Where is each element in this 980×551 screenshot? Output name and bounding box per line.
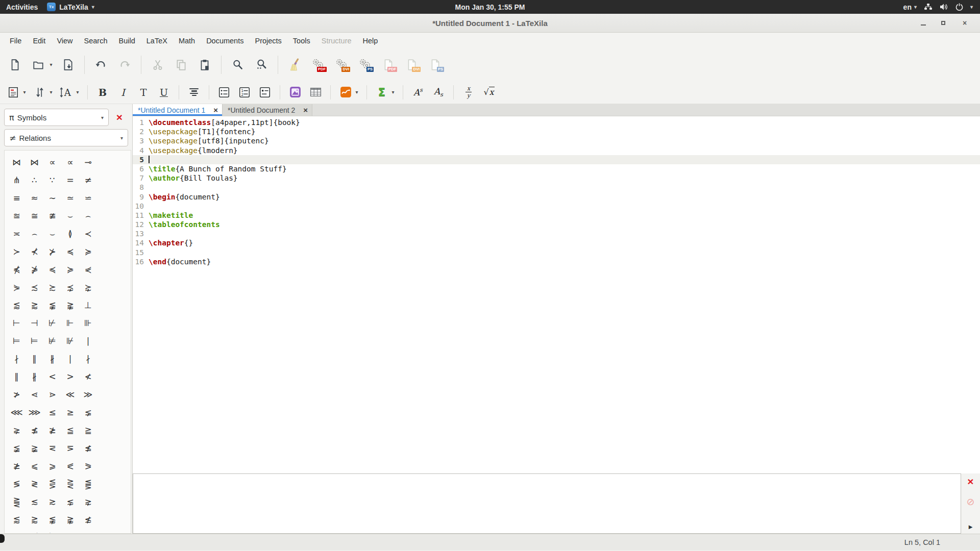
symbol-button[interactable]: ≫ <box>79 385 97 403</box>
symbol-button[interactable]: ⋈ <box>8 153 26 171</box>
side-panel-close-icon[interactable]: × <box>109 111 130 123</box>
code-line[interactable]: 13 <box>133 229 980 238</box>
math-environments-dropdown[interactable]: ▾ <box>354 89 360 95</box>
fraction-button[interactable]: xy <box>461 85 476 100</box>
symbol-button[interactable]: ⋛ <box>43 528 61 534</box>
symbol-button[interactable]: ⌣ <box>43 224 61 242</box>
volume-icon[interactable] <box>940 3 948 11</box>
symbol-button[interactable]: ≃ <box>61 189 79 207</box>
symbol-button[interactable]: ∴ <box>26 171 43 189</box>
symbol-button[interactable]: ⋔ <box>8 171 26 189</box>
center-align-button[interactable] <box>186 85 202 100</box>
symbol-button[interactable]: ≯ <box>8 385 26 403</box>
save-document-button[interactable] <box>60 57 76 72</box>
symbol-button[interactable]: ⋚ <box>26 528 43 534</box>
symbol-button[interactable]: ⋖ <box>26 385 43 403</box>
symbol-button[interactable]: ⋟ <box>8 278 26 296</box>
symbol-button[interactable]: ≲ <box>61 528 79 534</box>
tab-close-icon[interactable]: × <box>209 106 218 114</box>
symbol-button[interactable]: ≮ <box>79 367 97 385</box>
symbol-button[interactable]: ∥ <box>26 349 43 367</box>
symbol-button[interactable]: ⪕ <box>61 457 79 474</box>
symbol-button[interactable]: ≷ <box>26 474 43 492</box>
menu-documents[interactable]: Documents <box>201 34 249 47</box>
keyboard-layout-indicator[interactable]: en ▾ <box>903 3 917 11</box>
code-line[interactable]: 6\title{A Bunch of Random Stuff} <box>133 164 980 173</box>
compile-latex-pdf-button[interactable]: PDF <box>310 57 326 72</box>
enumerate-list-button[interactable]: 12 <box>237 85 252 100</box>
symbol-button[interactable]: ∼ <box>43 189 61 207</box>
underline-button[interactable]: U <box>156 85 172 100</box>
menu-math[interactable]: Math <box>173 34 201 47</box>
symbol-button[interactable]: ≨ <box>8 439 26 457</box>
search-button[interactable] <box>230 57 246 72</box>
symbol-button[interactable]: ≤ <box>43 403 61 421</box>
symbol-button[interactable]: ≱ <box>8 457 26 474</box>
symbol-button[interactable]: ⊥ <box>79 296 97 314</box>
symbol-button[interactable]: ⊬ <box>43 314 61 332</box>
symbol-button[interactable]: ⋜ <box>43 439 61 457</box>
symbol-button[interactable]: ⪉ <box>43 296 61 314</box>
symbol-button[interactable]: ⌢ <box>26 224 43 242</box>
code-area[interactable]: 1\documentclass[a4paper,11pt]{book}2\use… <box>133 116 980 473</box>
sectioning-dropdown[interactable]: ▾ <box>21 89 28 95</box>
code-line[interactable]: 2\usepackage[T1]{fontenc} <box>133 127 980 136</box>
symbol-button[interactable]: ≩ <box>26 439 43 457</box>
symbol-button[interactable]: ⋚ <box>43 474 61 492</box>
symbol-button[interactable]: ⋧ <box>79 492 97 510</box>
compile-latex-dvi-button[interactable]: DVI <box>334 57 349 72</box>
insert-table-button[interactable] <box>308 85 323 100</box>
symbol-button[interactable]: ≪ <box>61 385 79 403</box>
symbol-button[interactable]: ⊮ <box>61 332 79 349</box>
symbol-button[interactable]: ∥ <box>8 367 26 385</box>
symbol-button[interactable]: ≽ <box>79 242 97 260</box>
symbol-button[interactable]: ⋍ <box>79 189 97 207</box>
sectioning-button[interactable] <box>6 85 21 100</box>
symbol-button[interactable]: ∦ <box>43 349 61 367</box>
symbol-button[interactable]: ⪖ <box>79 457 97 474</box>
code-line[interactable]: 10 <box>133 202 980 211</box>
math-functions-button[interactable]: Σ <box>374 85 389 100</box>
symbol-button[interactable]: ⊪ <box>79 314 97 332</box>
symbol-button[interactable]: ∣ <box>61 349 79 367</box>
search-replace-button[interactable] <box>254 57 269 72</box>
itemize-list-button[interactable] <box>216 85 232 100</box>
symbol-button[interactable]: ∝ <box>61 153 79 171</box>
symbol-button[interactable]: ∵ <box>43 171 61 189</box>
window-titlebar[interactable]: *Untitled Document 1 - LaTeXila × <box>0 14 980 33</box>
symbol-button[interactable]: ≴ <box>79 510 97 528</box>
network-icon[interactable] <box>924 3 933 11</box>
symbol-button[interactable]: ⪆ <box>26 296 43 314</box>
symbol-button[interactable]: ⪇ <box>79 403 97 421</box>
symbol-button[interactable]: ⊁ <box>43 242 61 260</box>
menu-search[interactable]: Search <box>79 34 113 47</box>
symbol-button[interactable]: ∤ <box>8 349 26 367</box>
symbol-button[interactable]: ⪉ <box>43 510 61 528</box>
symbol-button[interactable]: ⩾ <box>43 457 61 474</box>
menu-projects[interactable]: Projects <box>249 34 287 47</box>
symbol-button[interactable]: ≱ <box>43 421 61 439</box>
symbol-button[interactable]: ⊣ <box>26 314 43 332</box>
code-line[interactable]: 12\tableofcontents <box>133 220 980 229</box>
menu-help[interactable]: Help <box>357 34 384 47</box>
typewriter-button[interactable]: T <box>136 85 151 100</box>
code-line[interactable]: 11\maketitle <box>133 211 980 220</box>
symbol-button[interactable]: ≼ <box>43 260 61 278</box>
code-line[interactable]: 16\end{document} <box>133 257 980 266</box>
undo-button[interactable] <box>93 57 109 72</box>
symbol-button[interactable]: ≳ <box>43 492 61 510</box>
menu-build[interactable]: Build <box>113 34 141 47</box>
symbol-button[interactable]: ⊸ <box>79 153 97 171</box>
tab-close-icon[interactable]: × <box>299 106 308 114</box>
symbol-button[interactable]: ⋞ <box>79 260 97 278</box>
symbol-button[interactable]: ≺ <box>79 224 97 242</box>
symbol-button[interactable]: ≼ <box>61 242 79 260</box>
symbol-button[interactable]: ≊ <box>8 207 26 224</box>
paste-button[interactable] <box>197 57 212 72</box>
symbol-button[interactable]: ⋘ <box>8 403 26 421</box>
references-button[interactable] <box>32 85 47 100</box>
symbol-button[interactable]: ⌢ <box>79 207 97 224</box>
symbol-button[interactable]: ⋡ <box>26 260 43 278</box>
symbol-button[interactable]: ⋝ <box>61 439 79 457</box>
symbol-button[interactable]: ⊭ <box>43 332 61 349</box>
